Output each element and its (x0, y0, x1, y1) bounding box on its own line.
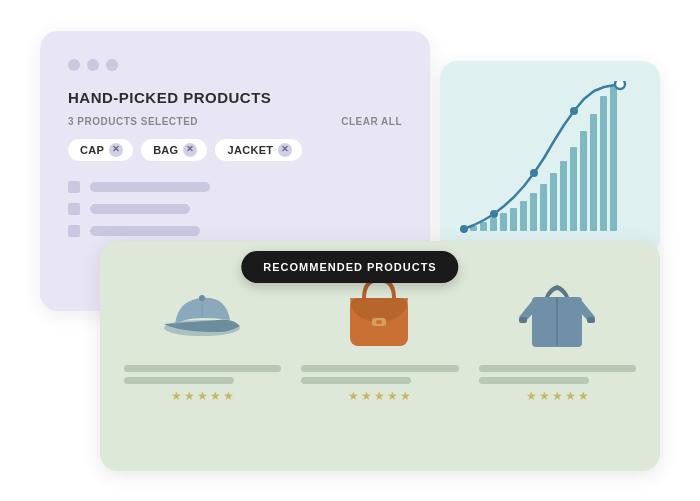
cap-line-1 (124, 365, 281, 372)
jacket-line-2 (479, 377, 589, 384)
chart-svg (458, 81, 642, 236)
svg-rect-6 (520, 201, 527, 231)
recommended-label: RECOMMENDED PRODUCTS (263, 261, 436, 273)
star-1: ★ (171, 389, 182, 403)
skeleton-icon-2 (68, 203, 80, 215)
products-count-label: 3 PRODUCTS SELECTED (68, 116, 198, 127)
svg-rect-5 (510, 208, 517, 231)
star-3: ★ (197, 389, 208, 403)
chart-card (440, 61, 660, 256)
bag-line-2 (301, 377, 411, 384)
chart-container (458, 81, 642, 238)
jacket-line-1 (479, 365, 636, 372)
tag-cap-close[interactable]: ✕ (109, 143, 123, 157)
scene: HAND-PICKED PRODUCTS 3 PRODUCTS SELECTED… (40, 31, 660, 471)
chart-dot-5 (615, 81, 625, 89)
dot-1 (68, 59, 80, 71)
tag-bag-label: BAG (153, 144, 178, 156)
skeleton-row-3 (68, 225, 402, 237)
jacket-image-area (512, 265, 602, 355)
product-jacket: ★ ★ ★ ★ ★ (479, 265, 636, 403)
skeleton-line-1 (90, 182, 210, 192)
svg-rect-4 (500, 213, 507, 231)
svg-rect-12 (580, 131, 587, 231)
bar-group (460, 86, 617, 231)
jacket-star-5: ★ (578, 389, 589, 403)
svg-rect-3 (490, 218, 497, 231)
skeleton-row-2 (68, 203, 402, 215)
tag-jacket-close[interactable]: ✕ (278, 143, 292, 157)
svg-rect-13 (590, 114, 597, 231)
star-5: ★ (223, 389, 234, 403)
chart-dot-1 (460, 225, 468, 233)
dot-2 (87, 59, 99, 71)
jacket-stars: ★ ★ ★ ★ ★ (526, 389, 589, 403)
cap-svg (160, 280, 245, 340)
tag-bag-close[interactable]: ✕ (183, 143, 197, 157)
tags-row: CAP ✕ BAG ✕ JACKET ✕ (68, 139, 402, 161)
chart-dot-4 (570, 107, 578, 115)
jacket-star-3: ★ (552, 389, 563, 403)
bag-star-1: ★ (348, 389, 359, 403)
svg-rect-10 (560, 161, 567, 231)
svg-point-17 (199, 295, 205, 301)
svg-rect-24 (587, 317, 595, 323)
skeleton-icon-3 (68, 225, 80, 237)
products-count-row: 3 PRODUCTS SELECTED CLEAR ALL (68, 116, 402, 127)
skeleton-line-3 (90, 226, 200, 236)
cap-image-area (158, 265, 248, 355)
skeleton-icon-1 (68, 181, 80, 193)
card-title: HAND-PICKED PRODUCTS (68, 89, 402, 106)
clear-all-button[interactable]: CLEAR ALL (341, 116, 402, 127)
bag-line-1 (301, 365, 458, 372)
svg-rect-20 (376, 320, 382, 324)
svg-rect-8 (540, 184, 547, 231)
window-controls (68, 59, 402, 71)
jacket-svg (517, 267, 597, 352)
cap-stars: ★ ★ ★ ★ ★ (171, 389, 234, 403)
skeleton-line-2 (90, 204, 190, 214)
product-bag: ★ ★ ★ ★ ★ (301, 265, 458, 403)
tag-cap-label: CAP (80, 144, 104, 156)
skeleton-row-1 (68, 181, 402, 193)
bag-stars: ★ ★ ★ ★ ★ (348, 389, 411, 403)
dot-3 (106, 59, 118, 71)
svg-rect-15 (610, 86, 617, 231)
skeleton-lines (68, 181, 402, 237)
bag-info-lines (301, 365, 458, 389)
cap-info-lines (124, 365, 281, 389)
svg-rect-14 (600, 96, 607, 231)
tag-jacket[interactable]: JACKET ✕ (215, 139, 302, 161)
tag-bag[interactable]: BAG ✕ (141, 139, 207, 161)
jacket-star-1: ★ (526, 389, 537, 403)
svg-rect-9 (550, 173, 557, 231)
chart-dot-2 (490, 210, 498, 218)
jacket-star-2: ★ (539, 389, 550, 403)
jacket-star-4: ★ (565, 389, 576, 403)
tag-cap[interactable]: CAP ✕ (68, 139, 133, 161)
recommended-bubble: RECOMMENDED PRODUCTS (241, 251, 458, 283)
bag-star-3: ★ (374, 389, 385, 403)
bag-star-2: ★ (361, 389, 372, 403)
chart-dot-3 (530, 169, 538, 177)
tag-jacket-label: JACKET (227, 144, 273, 156)
bag-star-5: ★ (400, 389, 411, 403)
svg-rect-11 (570, 147, 577, 231)
products-grid: ★ ★ ★ ★ ★ (124, 265, 636, 403)
cap-line-2 (124, 377, 234, 384)
product-cap: ★ ★ ★ ★ ★ (124, 265, 281, 403)
svg-rect-7 (530, 193, 537, 231)
bag-star-4: ★ (387, 389, 398, 403)
svg-rect-23 (519, 317, 527, 323)
jacket-info-lines (479, 365, 636, 389)
svg-rect-2 (480, 222, 487, 231)
star-4: ★ (210, 389, 221, 403)
star-2: ★ (184, 389, 195, 403)
